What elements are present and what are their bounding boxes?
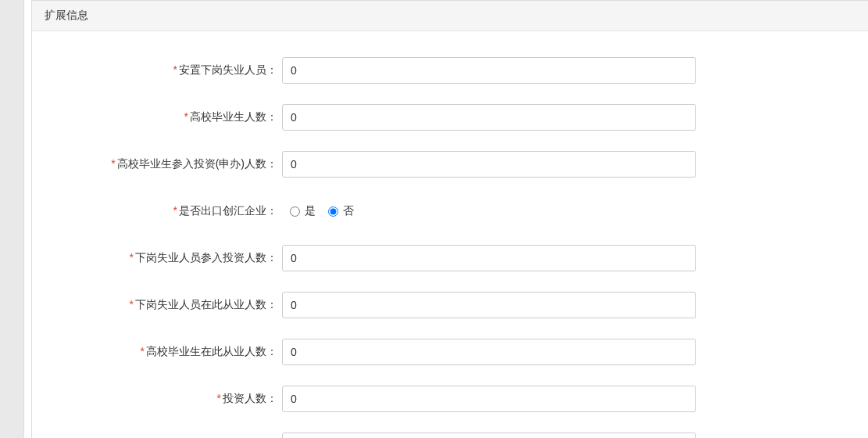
radio-group-export-enterprise: 是 否 <box>282 204 696 218</box>
label-text: 投资人数： <box>223 392 277 404</box>
label-text: 高校毕业生参入投资(申办)人数： <box>117 157 277 170</box>
required-mark-icon: * <box>130 251 134 264</box>
input-laidoff-resettled[interactable] <box>282 57 696 84</box>
required-mark-icon: * <box>130 298 134 311</box>
field-college-employed: *高校毕业生在此从业人数： <box>32 328 868 375</box>
label-text: 是否出口创汇企业： <box>179 204 277 217</box>
label-college-employed: *高校毕业生在此从业人数： <box>32 345 282 359</box>
field-laidoff-resettled: *安置下岗失业人员： <box>32 47 868 94</box>
panel-body: *安置下岗失业人员： *高校毕业生人数： *高校毕业生参入投资(申办)人数： <box>32 31 868 438</box>
required-mark-icon: * <box>173 63 177 76</box>
field-employee-count: *雇工人数： <box>32 422 868 438</box>
input-laidoff-employed[interactable] <box>282 292 696 318</box>
input-laidoff-invest[interactable] <box>282 245 696 271</box>
label-laidoff-resettled: *安置下岗失业人员： <box>32 63 282 77</box>
radio-export-yes[interactable]: 是 <box>290 204 316 218</box>
radio-label-no: 否 <box>343 204 354 218</box>
label-text: 下岗失业人员在此从业人数： <box>135 298 277 311</box>
required-mark-icon: * <box>217 392 221 404</box>
input-employee-count[interactable] <box>282 433 696 438</box>
label-laidoff-employed: *下岗失业人员在此从业人数： <box>32 298 282 312</box>
label-investor-count: *投资人数： <box>32 392 282 406</box>
label-college-invest-apply: *高校毕业生参入投资(申办)人数： <box>32 157 282 171</box>
field-laidoff-invest: *下岗失业人员参入投资人数： <box>32 235 868 282</box>
input-college-graduates[interactable] <box>282 104 696 131</box>
input-investor-count[interactable] <box>282 386 696 412</box>
radio-input-yes[interactable] <box>290 206 300 217</box>
required-mark-icon: * <box>184 110 188 123</box>
field-college-invest-apply: *高校毕业生参入投资(申办)人数： <box>32 141 868 188</box>
required-mark-icon: * <box>111 157 115 170</box>
extended-info-panel: 扩展信息 *安置下岗失业人员： *高校毕业生人数： <box>31 0 868 438</box>
input-college-employed[interactable] <box>282 339 696 365</box>
field-college-graduates: *高校毕业生人数： <box>32 94 868 141</box>
field-laidoff-employed: *下岗失业人员在此从业人数： <box>32 282 868 328</box>
label-text: 安置下岗失业人员： <box>179 63 277 76</box>
radio-export-no[interactable]: 否 <box>328 204 354 218</box>
label-text: 下岗失业人员参入投资人数： <box>135 251 277 264</box>
label-text: 高校毕业生在此从业人数： <box>146 345 277 357</box>
input-college-invest-apply[interactable] <box>282 151 696 178</box>
required-mark-icon: * <box>173 204 177 217</box>
label-college-graduates: *高校毕业生人数： <box>32 110 282 124</box>
radio-label-yes: 是 <box>305 204 316 218</box>
label-text: 高校毕业生人数： <box>190 110 277 123</box>
panel-title: 扩展信息 <box>32 1 868 31</box>
radio-input-no[interactable] <box>328 206 338 217</box>
label-laidoff-invest: *下岗失业人员参入投资人数： <box>32 251 282 265</box>
field-investor-count: *投资人数： <box>32 375 868 422</box>
label-export-enterprise: *是否出口创汇企业： <box>32 204 282 218</box>
required-mark-icon: * <box>141 345 145 357</box>
field-export-enterprise: *是否出口创汇企业： 是 否 <box>32 188 868 235</box>
